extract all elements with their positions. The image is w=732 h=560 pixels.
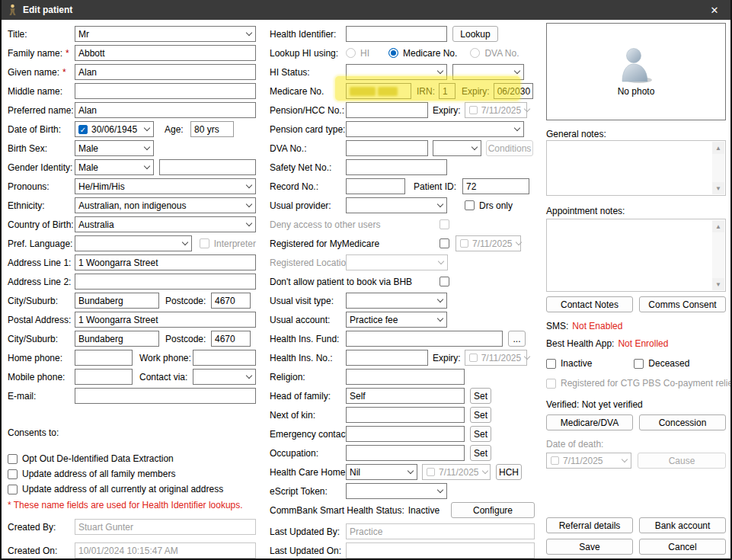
head-of-family-input[interactable]: Self [346,388,465,404]
birth-sex-select[interactable]: Male [75,140,154,156]
scroll-down-icon[interactable]: ▼ [712,278,724,290]
city1-input[interactable]: Bundaberg [75,293,159,309]
opt-out-data-extraction-checkbox[interactable] [8,454,18,464]
deceased-checkbox[interactable] [634,359,644,369]
pension-card-type-select[interactable] [346,121,524,137]
ctg-checkbox[interactable] [546,379,556,389]
gender-identity-select[interactable]: Male [75,159,154,175]
hi-status-select-1[interactable] [346,64,447,80]
bank-account-button[interactable]: Bank account [639,517,726,533]
health-identifier-input[interactable] [346,26,447,42]
health-ins-fund-browse-button[interactable]: ... [508,331,526,347]
postcode1-input[interactable]: 4670 [211,293,251,309]
date-checkbox[interactable] [551,456,559,465]
pension-hcc-input[interactable] [346,102,428,118]
country-of-birth-select[interactable]: Australia [75,216,256,232]
date-checkbox[interactable] [469,106,478,114]
dva-no-radio[interactable] [470,48,480,58]
title-select[interactable]: Mr [75,26,256,42]
dva-input[interactable] [346,140,428,156]
medicare-no-radio[interactable] [388,48,398,58]
pref-language-select[interactable] [75,235,192,251]
head-of-family-set-button[interactable]: Set [470,388,491,404]
health-care-home-datepicker[interactable]: 7/11/2025 [422,464,491,480]
patient-photo-box[interactable]: No photo [546,23,726,120]
mymedicare-datepicker[interactable]: 7/11/2025 [456,235,521,251]
health-ins-expiry-datepicker[interactable]: 7/11/2025 [465,350,527,366]
inactive-checkbox[interactable] [546,359,556,369]
date-checkbox[interactable] [460,239,468,248]
cause-button[interactable]: Cause [638,453,726,469]
referral-details-button[interactable]: Referral details [546,517,633,533]
usual-provider-select[interactable] [346,197,447,213]
update-original-address-checkbox[interactable] [8,485,18,494]
patient-id-input[interactable]: 72 [462,178,529,194]
next-of-kin-set-button[interactable]: Set [470,407,491,423]
given-name-input[interactable]: Alan [75,64,256,80]
save-button[interactable]: Save [546,539,633,555]
scroll-down-icon[interactable]: ▼ [712,182,724,194]
date-checkbox[interactable] [469,354,478,362]
postcode2-input[interactable]: 4670 [211,331,251,347]
middle-name-input[interactable] [75,83,256,99]
interpreter-checkbox[interactable] [200,238,209,248]
irn-input[interactable]: 1 [439,83,456,99]
emergency-contact-set-button[interactable]: Set [470,426,491,442]
dob-checkbox[interactable] [78,125,88,134]
postal-address-input[interactable]: 1 Woongarra Street [75,312,256,328]
contact-notes-button[interactable]: Contact Notes [546,296,633,312]
medicare-dva-button[interactable]: Medicare/DVA [546,414,633,430]
home-phone-input[interactable] [75,350,133,366]
email-input[interactable] [75,388,256,404]
record-no-input[interactable] [346,178,405,194]
next-of-kin-input[interactable] [346,407,465,423]
scrollbar[interactable]: ▲ ▼ [712,142,724,194]
hi-radio[interactable] [346,48,356,58]
bhb-checkbox[interactable] [440,277,449,286]
medicare-input[interactable] [346,83,411,99]
contact-via-select[interactable] [193,369,256,385]
mobile-phone-input[interactable] [75,369,133,385]
gender-identity-other-input[interactable] [159,159,256,175]
hi-status-select-2[interactable] [452,64,524,80]
conditions-button[interactable]: Conditions [486,140,533,156]
address2-input[interactable] [75,274,256,290]
scroll-up-icon[interactable]: ▲ [712,142,724,154]
work-phone-input[interactable] [193,350,256,366]
preferred-name-input[interactable]: Alan [75,102,256,118]
registered-location-select[interactable] [346,254,448,270]
cancel-button[interactable]: Cancel [639,539,726,555]
dob-picker[interactable]: 30/06/1945 [75,121,154,137]
dva-card-select[interactable] [433,140,481,156]
usual-visit-type-select[interactable] [346,293,447,309]
health-care-home-select[interactable]: Nil [346,464,417,480]
configure-button[interactable]: Configure [451,502,535,518]
safety-net-input[interactable] [346,159,447,175]
lookup-button[interactable]: Lookup [452,26,498,42]
update-family-address-checkbox[interactable] [8,469,18,479]
date-checkbox[interactable] [427,468,435,476]
emergency-contact-input[interactable] [346,426,465,442]
age-input[interactable]: 80 yrs [190,121,234,137]
escript-token-select[interactable] [346,483,447,499]
occupation-set-button[interactable]: Set [470,445,491,461]
address1-input[interactable]: 1 Woongarra Street [75,254,256,270]
pension-expiry-datepicker[interactable]: 7/11/2025 [465,102,527,118]
family-name-input[interactable]: Abbott [75,45,256,61]
appointment-notes-textarea[interactable]: ▲ ▼ [546,219,726,292]
hch-button[interactable]: HCH [496,464,522,480]
religion-input[interactable] [346,369,465,385]
usual-account-select[interactable]: Practice fee [346,312,447,328]
close-icon[interactable]: ✕ [698,0,730,20]
city2-input[interactable]: Bundaberg [75,331,159,347]
date-of-death-datepicker[interactable]: 7/11/2025 [546,453,631,469]
mymedicare-checkbox[interactable] [440,238,449,248]
deny-access-checkbox[interactable] [440,219,449,229]
scroll-up-icon[interactable]: ▲ [712,220,724,232]
drs-only-checkbox[interactable] [465,200,475,210]
health-ins-fund-input[interactable] [346,331,503,347]
medicare-expiry-input[interactable]: 06/2030 [494,83,533,99]
ethnicity-select[interactable]: Australian, non indigenous [75,197,256,213]
pronouns-select[interactable]: He/Him/His [75,178,256,194]
scrollbar[interactable]: ▲ ▼ [712,220,724,290]
